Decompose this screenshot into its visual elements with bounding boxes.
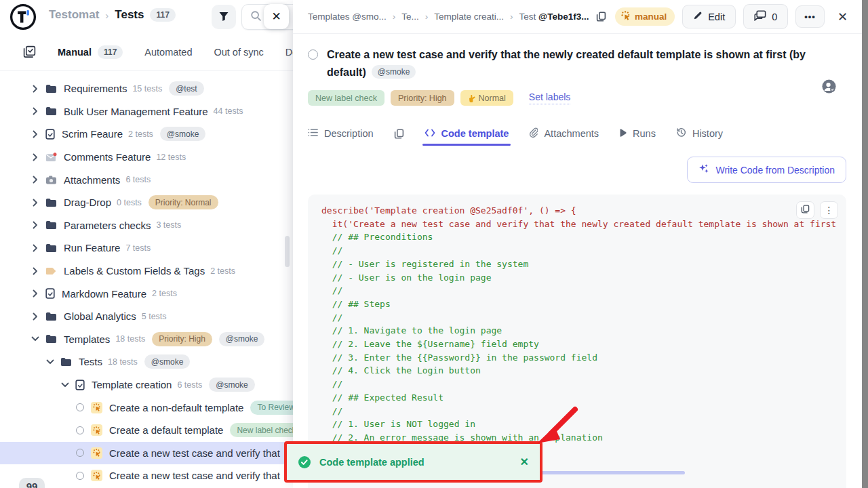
filter-tab-out-of-sync[interactable]: Out of sync <box>214 47 263 58</box>
tree-suite-row[interactable]: Comments Feature12 tests <box>0 146 293 169</box>
tree-test-row[interactable]: Create a new test case and verify that <box>0 442 293 465</box>
sidebar-scrollbar-thumb[interactable] <box>285 236 290 267</box>
breadcrumb-item[interactable]: Template creati... <box>434 12 504 22</box>
tree-suite-row[interactable]: Scrim Feaure2 tests@smoke <box>0 123 293 146</box>
breadcrumb-separator: › <box>393 12 396 22</box>
code-line: // <box>321 244 846 258</box>
tree-suite-row[interactable]: Markdown Feature2 tests <box>0 282 293 305</box>
chevron-down-icon[interactable] <box>46 359 54 365</box>
chevron-right-icon[interactable] <box>31 221 39 229</box>
tab-description[interactable]: Description <box>308 128 374 139</box>
manual-test-icon <box>91 424 102 436</box>
toast-close-button[interactable]: ✕ <box>520 455 529 468</box>
test-status-circle[interactable] <box>76 426 84 434</box>
panel-header: Templates @smo...›Te...›Template creati.… <box>293 0 863 34</box>
brand-name[interactable]: Testomat <box>49 8 99 22</box>
label-badge: Normal <box>460 90 513 106</box>
tree-row-label: Run Feature <box>64 242 120 253</box>
tree-suite-row[interactable]: Labels & Custom Fields & Tags2 tests <box>0 260 293 283</box>
tree-row-label: Create a new test case and verify that <box>109 447 280 459</box>
tree-test-row[interactable]: Create a non-default templateTo Review <box>0 396 293 419</box>
test-status-circle[interactable] <box>308 49 318 60</box>
tab-label: Runs <box>633 128 656 139</box>
code-line: // - User is registered in the system <box>321 258 846 271</box>
pencil-icon <box>693 11 703 22</box>
filter-button[interactable] <box>212 5 236 29</box>
tree-suite-row[interactable]: Templates18 testsPriority: High@smoke <box>0 328 293 351</box>
breadcrumb-item[interactable]: Test @Tebe1f3... <box>519 12 589 22</box>
select-all-icon[interactable] <box>23 45 36 58</box>
breadcrumb-separator: › <box>425 12 429 22</box>
tree-suite-row[interactable]: Requirements15 tests@test <box>0 77 293 100</box>
breadcrumb-item[interactable]: Templates @smo... <box>308 12 387 22</box>
chevron-right-icon[interactable] <box>31 199 39 207</box>
test-status-circle[interactable] <box>76 472 84 480</box>
copy-description-icon[interactable] <box>394 129 404 139</box>
tab-label: Code template <box>441 128 509 139</box>
tree-row-count: 2 tests <box>152 289 177 298</box>
more-actions-button[interactable]: ••• <box>795 5 825 28</box>
code-line: // ## Expected Result <box>321 391 846 405</box>
tree-suite-row[interactable]: Drag-Drop0 testsPriority: Normal <box>0 191 293 214</box>
tests-count-badge: 117 <box>150 8 175 22</box>
tree-suite-row[interactable]: Parameters checks3 tests <box>0 214 293 237</box>
chevron-right-icon[interactable] <box>31 289 39 298</box>
tree-suite-row[interactable]: Tests18 tests@smoke <box>0 350 293 373</box>
chevron-down-icon[interactable] <box>31 336 39 342</box>
code-menu-button[interactable]: ⋮ <box>820 201 838 219</box>
filter-tab-manual[interactable]: Manual117 <box>58 45 123 59</box>
tree-suite-row[interactable]: Global Analytics5 tests <box>0 305 293 328</box>
tab-label: History <box>692 128 723 139</box>
close-panel-button[interactable]: ✕ <box>832 7 853 27</box>
tab-runs[interactable]: Runs <box>619 128 656 139</box>
tree-suite-row[interactable]: Attachments6 tests <box>0 168 293 191</box>
test-type-tabs: Manual117AutomatedOut of syncDetac <box>0 34 293 70</box>
tree-suite-row[interactable]: Template creation6 tests@smoke <box>0 373 293 396</box>
panel-breadcrumb: Templates @smo...›Te...›Template creati.… <box>308 12 589 22</box>
comments-button[interactable]: 0 <box>743 4 788 29</box>
chevron-right-icon[interactable] <box>31 85 39 93</box>
tab-attachments[interactable]: Attachments <box>529 127 599 140</box>
label-badge: @smoke <box>219 332 265 346</box>
label-badge: Priority: High <box>391 90 454 106</box>
filter-tab-label: Automated <box>144 47 192 58</box>
write-code-from-description-button[interactable]: Write Code from Description <box>687 157 846 183</box>
tree-test-row[interactable]: Create a default templateNew label check <box>0 419 293 442</box>
ai-button-label: Write Code from Description <box>715 165 835 176</box>
page-scrollbar[interactable] <box>862 0 868 488</box>
chevron-right-icon[interactable] <box>31 130 39 138</box>
test-status-circle[interactable] <box>76 403 84 411</box>
search-clear-button[interactable]: ✕ <box>264 4 289 29</box>
copy-link-icon[interactable] <box>596 12 606 22</box>
filter-tab-count: 117 <box>98 45 123 59</box>
code-line: // 1. User is NOT logged in <box>321 418 846 431</box>
search-icon <box>250 10 262 24</box>
chevron-down-icon[interactable] <box>61 382 69 388</box>
breadcrumb-separator: › <box>105 9 108 21</box>
chevron-right-icon[interactable] <box>31 176 39 184</box>
tab-code-template[interactable]: Code template <box>425 128 509 139</box>
chevron-right-icon[interactable] <box>31 312 39 321</box>
test-status-circle[interactable] <box>76 449 84 457</box>
edit-button[interactable]: Edit <box>682 5 736 28</box>
tree-suite-row[interactable]: Bulk User Management Feature44 tests <box>0 100 293 123</box>
tab-history[interactable]: History <box>676 127 723 140</box>
breadcrumb-item[interactable]: Te... <box>401 12 419 22</box>
tree-row-label: Create a default template <box>109 424 223 436</box>
filter-tab-automated[interactable]: Automated <box>144 47 192 58</box>
assignee-avatar[interactable] <box>821 79 837 97</box>
tree-suite-row[interactable]: Run Feature7 tests <box>0 237 293 260</box>
chevron-right-icon[interactable] <box>31 267 39 275</box>
chevron-right-icon[interactable] <box>31 244 39 252</box>
set-labels-link[interactable]: Set labels <box>529 92 570 104</box>
tree-row-label: Drag-Drop <box>64 197 111 208</box>
chevron-right-icon[interactable] <box>31 107 39 115</box>
code-line: it('Create a new test case and verify th… <box>321 218 846 231</box>
copy-code-button[interactable] <box>796 201 814 219</box>
tree-row-count: 6 tests <box>177 380 202 390</box>
tree-row-label: Templates <box>64 333 110 345</box>
code-icon <box>425 128 435 139</box>
chevron-right-icon[interactable] <box>31 153 39 161</box>
tree-row-count: 2 tests <box>210 266 235 276</box>
tab-label: Description <box>324 128 374 139</box>
